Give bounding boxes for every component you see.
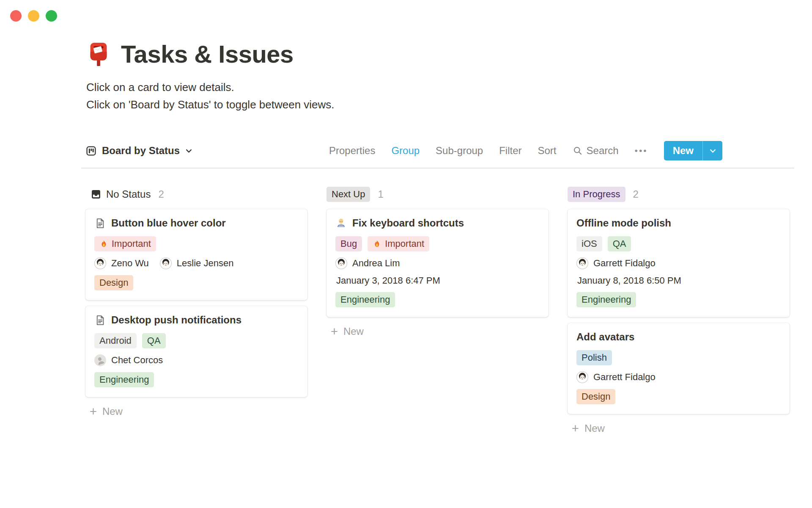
card-tags: Design — [94, 275, 299, 290]
tag-qa: QA — [608, 236, 631, 251]
view-selector-label: Board by Status — [102, 145, 180, 157]
tag-ios: iOS — [576, 236, 602, 251]
card-people: Chet Corcos — [94, 354, 299, 366]
page-icon — [94, 218, 106, 229]
view-toolbar: Board by Status Properties Group Sub-gro… — [81, 141, 722, 161]
tag-engineering: Engineering — [94, 372, 154, 387]
avatar — [160, 257, 172, 269]
kanban-board: No Status 2 Button blue hover color Impo… — [81, 185, 794, 437]
person: Garrett Fidalgo — [576, 257, 656, 269]
card-tags: Engineering — [335, 292, 540, 307]
board-view-icon — [85, 145, 97, 157]
card-title: Button blue hover color — [94, 217, 299, 229]
page-description: Click on a card to view details. Click o… — [81, 79, 794, 113]
card-title: Offline mode polish — [576, 217, 781, 229]
card-title: Add avatars — [576, 331, 781, 343]
person-name: Zeno Wu — [111, 258, 149, 269]
tag-engineering: Engineering — [335, 292, 395, 307]
more-options-button[interactable]: ••• — [635, 146, 648, 156]
person-name: Garrett Fidalgo — [593, 372, 656, 383]
card-tags: iOS QA — [576, 236, 781, 251]
column-title[interactable]: No Status — [85, 188, 151, 200]
tag-design: Design — [576, 389, 615, 404]
chevron-down-icon — [709, 147, 717, 155]
card-tags: Polish — [576, 350, 781, 365]
column-next-up: Next Up 1 Fix keyboard shortcuts Bug Imp… — [326, 185, 549, 437]
new-button[interactable]: New — [664, 141, 702, 160]
postbox-icon — [85, 41, 112, 67]
card-date: January 3, 2018 6:47 PM — [335, 275, 540, 286]
add-card-button[interactable]: + New — [85, 403, 307, 420]
close-window-button[interactable] — [10, 10, 22, 22]
column-count: 1 — [378, 188, 383, 200]
card-tags: Android QA — [94, 333, 299, 348]
person: Leslie Jensen — [160, 257, 234, 269]
avatar — [576, 371, 588, 383]
tag-important: Important — [368, 236, 429, 251]
fire-icon — [373, 240, 381, 248]
board-card[interactable]: Fix keyboard shortcuts Bug Important And… — [326, 209, 549, 317]
card-tags: Design — [576, 389, 781, 404]
zoom-window-button[interactable] — [46, 10, 57, 22]
avatar — [335, 257, 347, 269]
column-in-progress: In Progress 2 Offline mode polish iOS QA — [568, 185, 790, 437]
column-no-status: No Status 2 Button blue hover color Impo… — [85, 185, 307, 437]
menu-item-group[interactable]: Group — [391, 145, 420, 157]
add-card-button[interactable]: + New — [568, 420, 790, 437]
card-tags: Important — [94, 236, 299, 251]
person-name: Garrett Fidalgo — [593, 258, 656, 269]
page-title: Tasks & Issues — [81, 39, 794, 69]
description-line: Click on a card to view details. — [86, 79, 794, 96]
tag-qa: QA — [142, 333, 166, 348]
board-card[interactable]: Button blue hover color Important Zeno W… — [85, 209, 307, 300]
card-people: Garrett Fidalgo — [576, 371, 781, 383]
person-name: Leslie Jensen — [177, 258, 234, 269]
column-count: 2 — [633, 188, 639, 200]
person: Zeno Wu — [94, 257, 149, 269]
column-header: Next Up 1 — [326, 185, 549, 203]
menu-item-sort[interactable]: Sort — [538, 145, 557, 157]
page-title-text: Tasks & Issues — [121, 39, 294, 69]
tag-android: Android — [94, 333, 137, 348]
card-people: Garrett Fidalgo — [576, 257, 781, 269]
avatar-placeholder — [94, 354, 106, 366]
page-icon — [94, 315, 106, 326]
search-button[interactable]: Search — [573, 145, 619, 157]
description-line: Click on 'Board by Status' to toggle bet… — [86, 96, 794, 113]
avatar — [94, 257, 106, 269]
person-name: Chet Corcos — [111, 355, 163, 366]
person: Andrea Lim — [335, 257, 400, 269]
card-tags: Bug Important — [335, 236, 540, 251]
board-card[interactable]: Desktop push notifications Android QA Ch… — [85, 306, 307, 397]
tag-important: Important — [94, 236, 156, 251]
card-tags: Engineering — [94, 372, 299, 387]
minimize-window-button[interactable] — [28, 10, 39, 22]
plus-icon: + — [572, 423, 579, 434]
technologist-emoji-icon — [335, 218, 347, 229]
person-name: Andrea Lim — [352, 258, 400, 269]
column-title-badge[interactable]: Next Up — [326, 187, 370, 202]
person: Garrett Fidalgo — [576, 371, 656, 383]
board-card[interactable]: Add avatars Polish Garrett Fidalgo Desig… — [568, 323, 790, 414]
toolbar-divider — [81, 168, 794, 168]
tag-engineering: Engineering — [576, 292, 636, 307]
board-card[interactable]: Offline mode polish iOS QA Garrett Fidal… — [568, 209, 790, 317]
menu-item-filter[interactable]: Filter — [499, 145, 521, 157]
column-count: 2 — [158, 188, 164, 200]
add-card-button[interactable]: + New — [326, 323, 549, 340]
view-selector-board-by-status[interactable]: Board by Status — [81, 145, 193, 157]
search-icon — [573, 146, 583, 156]
menu-item-sub-group[interactable]: Sub-group — [436, 145, 483, 157]
tag-design: Design — [94, 275, 133, 290]
column-title-badge[interactable]: In Progress — [568, 187, 625, 202]
new-button-group: New — [664, 141, 722, 160]
new-button-dropdown[interactable] — [703, 141, 722, 160]
card-people: Zeno Wu Leslie Jensen — [94, 257, 299, 269]
card-tags: Engineering — [576, 292, 781, 307]
card-title: Desktop push notifications — [94, 314, 299, 326]
menu-item-properties[interactable]: Properties — [329, 145, 375, 157]
plus-icon: + — [331, 326, 338, 337]
avatar — [576, 257, 588, 269]
person: Chet Corcos — [94, 354, 163, 366]
card-date: January 8, 2018 6:50 PM — [576, 275, 781, 286]
